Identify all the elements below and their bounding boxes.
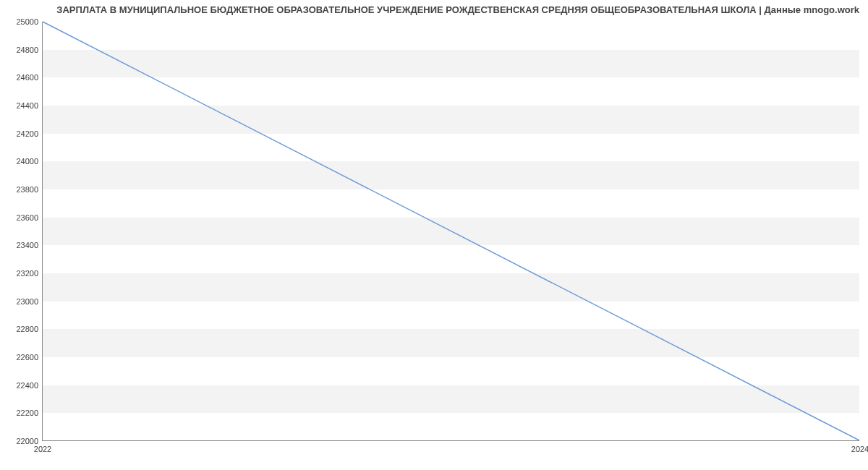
- y-tick-label: 23400: [16, 241, 38, 249]
- y-tick-label: 23600: [16, 213, 38, 222]
- plot-area: 2200022200224002260022800230002320023400…: [42, 22, 859, 441]
- x-tick-label: 2022: [34, 445, 51, 453]
- y-tick-label: 22800: [16, 325, 38, 333]
- y-tick-label: 23200: [16, 269, 38, 278]
- y-tick-label: 22400: [16, 381, 38, 390]
- y-tick-label: 23000: [16, 297, 38, 306]
- y-tick-label: 24600: [16, 73, 38, 82]
- x-tick-label: 2024: [851, 445, 868, 453]
- y-tick-label: 25000: [16, 17, 38, 26]
- y-tick-label: 24000: [16, 157, 38, 166]
- chart-title: ЗАРПЛАТА В МУНИЦИПАЛЬНОЕ БЮДЖЕТНОЕ ОБРАЗ…: [56, 4, 859, 15]
- chart-container: ЗАРПЛАТА В МУНИЦИПАЛЬНОЕ БЮДЖЕТНОЕ ОБРАЗ…: [0, 0, 868, 470]
- y-tick-label: 24200: [16, 129, 38, 138]
- line-series: [43, 22, 859, 440]
- y-tick-label: 24400: [16, 101, 38, 110]
- y-tick-label: 23800: [16, 185, 38, 194]
- y-tick-label: 22600: [16, 353, 38, 362]
- y-tick-label: 22200: [16, 409, 38, 417]
- y-tick-label: 24800: [16, 46, 38, 54]
